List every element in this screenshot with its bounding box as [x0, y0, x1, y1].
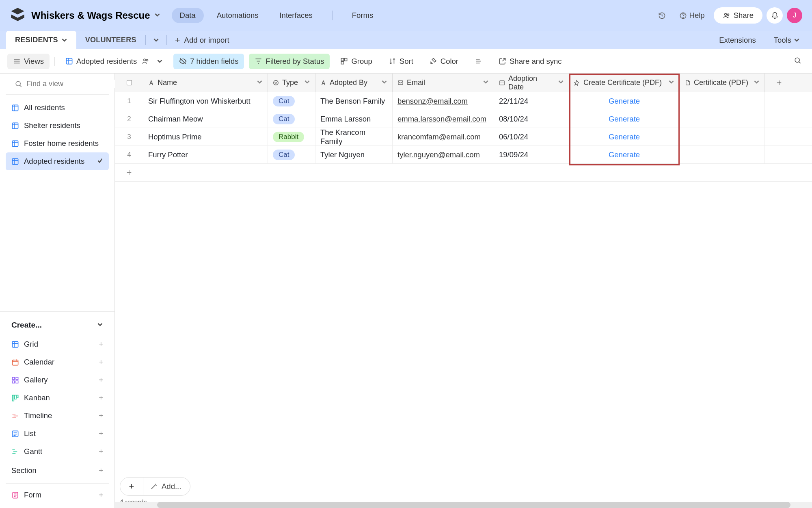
table-row[interactable]: 4Furry PotterCatTyler Nguyentyler.nguyen… — [115, 146, 812, 164]
help-button[interactable]: Help — [674, 8, 710, 23]
email-link[interactable]: emma.larsson@email.com — [397, 115, 486, 124]
tab-menu-button[interactable] — [146, 31, 166, 49]
cell-adoption-date[interactable]: 22/11/24 — [494, 92, 569, 110]
generate-button[interactable]: Generate — [609, 132, 640, 141]
share-button[interactable]: Share — [714, 7, 762, 24]
column-header-email[interactable]: Email — [393, 74, 494, 92]
cell-adopted-by[interactable]: Tyler Nguyen — [315, 146, 393, 163]
cell-name[interactable]: Hoptimus Prime — [143, 128, 268, 145]
view-name-button[interactable]: Adopted residents — [60, 54, 168, 69]
footer-add-row-button[interactable]: + — [120, 477, 143, 496]
column-header-adoption-date[interactable]: Adoption Date — [494, 74, 569, 92]
table-tab-volunteers[interactable]: VOLUNTEERS — [76, 31, 145, 49]
sort-button[interactable]: Sort — [383, 54, 419, 69]
view-item-foster-home-residents[interactable]: Foster home residents — [6, 135, 109, 152]
create-calendar[interactable]: Calendar + — [6, 353, 109, 371]
chevron-down-icon[interactable] — [381, 78, 387, 87]
cell-create-certificate[interactable]: Generate — [569, 128, 680, 145]
share-sync-button[interactable]: Share and sync — [493, 54, 568, 69]
hidden-fields-button[interactable]: 7 hidden fields — [173, 54, 244, 69]
column-header-type[interactable]: Type — [268, 74, 315, 92]
chevron-down-icon[interactable] — [754, 78, 760, 87]
cell-email[interactable]: emma.larsson@email.com — [393, 110, 494, 128]
nav-automations[interactable]: Automations — [209, 8, 267, 23]
view-item-shelter-residents[interactable]: Shelter residents — [6, 117, 109, 135]
nav-interfaces[interactable]: Interfaces — [271, 8, 320, 23]
cell-email[interactable]: krancomfam@email.com — [393, 128, 494, 145]
add-field-button[interactable]: + — [765, 74, 793, 92]
filter-button[interactable]: Filtered by Status — [249, 54, 330, 69]
view-item-all-residents[interactable]: All residents — [6, 99, 109, 117]
footer-add-menu-button[interactable]: Add... — [143, 477, 190, 496]
table-row[interactable]: 2Chairman MeowCatEmma Larssonemma.larsso… — [115, 110, 812, 128]
nav-data[interactable]: Data — [172, 8, 204, 23]
cell-certificate[interactable] — [680, 92, 765, 110]
history-icon[interactable] — [654, 7, 670, 24]
cell-adopted-by[interactable]: The Benson Family — [315, 92, 393, 110]
avatar[interactable]: J — [787, 8, 802, 23]
table-tab-residents[interactable]: RESIDENTS — [6, 31, 76, 49]
extensions-button[interactable]: Extensions — [710, 31, 765, 49]
cell-name[interactable]: Chairman Meow — [143, 110, 268, 128]
column-header-adopted-by[interactable]: Adopted By — [315, 74, 393, 92]
base-name[interactable]: Whiskers & Wags Rescue — [31, 10, 150, 21]
generate-button[interactable]: Generate — [609, 150, 640, 159]
cell-adopted-by[interactable]: The Krancom Family — [315, 128, 393, 145]
chevron-down-icon[interactable] — [483, 78, 489, 87]
cell-type[interactable]: Cat — [268, 92, 315, 110]
cell-certificate[interactable] — [680, 110, 765, 128]
create-form[interactable]: Form + — [6, 486, 109, 504]
email-link[interactable]: bensonz@email.com — [397, 97, 468, 106]
column-header-create-certificate[interactable]: Create Certificate (PDF) — [569, 74, 680, 92]
color-button[interactable]: Color — [424, 54, 464, 69]
nav-forms[interactable]: Forms — [344, 8, 381, 23]
cell-create-certificate[interactable]: Generate — [569, 110, 680, 128]
email-link[interactable]: tyler.nguyen@email.com — [397, 150, 480, 159]
cell-certificate[interactable] — [680, 128, 765, 145]
add-or-import-button[interactable]: + Add or import — [167, 31, 238, 49]
cell-name[interactable]: Sir Fluffington von Whiskerbutt — [143, 92, 268, 110]
scrollbar-thumb[interactable] — [157, 502, 790, 508]
cell-adopted-by[interactable]: Emma Larsson — [315, 110, 393, 128]
chevron-down-icon[interactable] — [257, 78, 263, 87]
chevron-down-icon[interactable] — [154, 11, 160, 20]
create-gantt[interactable]: Gantt + — [6, 443, 109, 460]
chevron-down-icon[interactable] — [558, 78, 564, 87]
cell-adoption-date[interactable]: 06/10/24 — [494, 128, 569, 145]
bell-icon[interactable] — [767, 7, 783, 24]
cell-email[interactable]: bensonz@email.com — [393, 92, 494, 110]
generate-button[interactable]: Generate — [609, 97, 640, 106]
cell-email[interactable]: tyler.nguyen@email.com — [393, 146, 494, 163]
header-checkbox[interactable] — [115, 74, 143, 92]
cell-type[interactable]: Rabbit — [268, 128, 315, 145]
chevron-down-icon[interactable] — [668, 78, 674, 87]
cell-create-certificate[interactable]: Generate — [569, 92, 680, 110]
view-search-input[interactable] — [26, 80, 121, 88]
create-header[interactable]: Create... — [6, 312, 109, 335]
cell-create-certificate[interactable]: Generate — [569, 146, 680, 163]
create-grid[interactable]: Grid + — [6, 335, 109, 353]
cell-adoption-date[interactable]: 19/09/24 — [494, 146, 569, 163]
generate-button[interactable]: Generate — [609, 115, 640, 124]
table-row[interactable]: 3Hoptimus PrimeRabbitThe Krancom Familyk… — [115, 128, 812, 146]
column-header-name[interactable]: Name — [143, 74, 268, 92]
table-row[interactable]: 1Sir Fluffington von WhiskerbuttCatThe B… — [115, 92, 812, 110]
cell-type[interactable]: Cat — [268, 110, 315, 128]
column-header-certificate[interactable]: Certificate (PDF) — [680, 74, 765, 92]
create-list[interactable]: List + — [6, 425, 109, 443]
email-link[interactable]: krancomfam@email.com — [397, 132, 481, 141]
create-gallery[interactable]: Gallery + — [6, 371, 109, 389]
cell-adoption-date[interactable]: 08/10/24 — [494, 110, 569, 128]
cell-type[interactable]: Cat — [268, 146, 315, 163]
search-button[interactable] — [790, 53, 805, 69]
create-timeline[interactable]: Timeline + — [6, 407, 109, 425]
cell-name[interactable]: Furry Potter — [143, 146, 268, 163]
select-all-checkbox[interactable] — [127, 80, 132, 85]
tools-button[interactable]: Tools — [765, 31, 809, 49]
views-button[interactable]: Views — [7, 54, 50, 69]
group-button[interactable]: Group — [335, 54, 378, 69]
add-row[interactable]: + — [115, 164, 812, 182]
horizontal-scrollbar[interactable] — [115, 502, 812, 508]
cell-certificate[interactable] — [680, 146, 765, 163]
row-height-button[interactable] — [469, 54, 488, 68]
